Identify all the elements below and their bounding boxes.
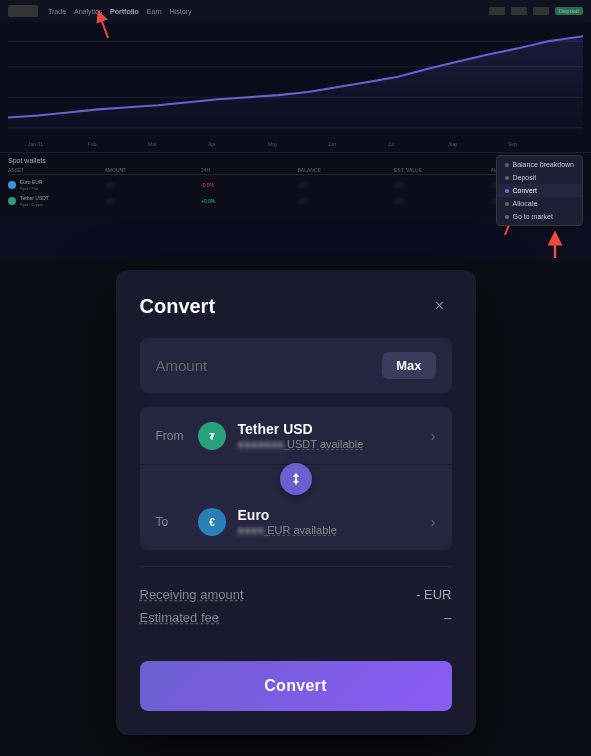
- context-item-label: Balance breakdown: [513, 161, 575, 168]
- modal-overlay: Convert × Max From ₮ Tether USD: [0, 260, 591, 756]
- context-item-label: Convert: [513, 187, 538, 194]
- from-currency-name: Tether USD: [238, 421, 419, 437]
- swap-btn-wrapper: [140, 463, 452, 495]
- menu-dot: [505, 189, 509, 193]
- context-menu-deposit[interactable]: Deposit: [497, 171, 583, 184]
- screenshot-area: Trade Analytics Portfolio Earn History D…: [0, 0, 591, 260]
- modal-close-button[interactable]: ×: [428, 294, 452, 318]
- svg-text:Jul: Jul: [388, 141, 394, 147]
- nav-items: Trade Analytics Portfolio Earn History: [48, 8, 191, 15]
- to-label: To: [156, 515, 186, 529]
- receiving-value: - EUR: [416, 587, 451, 602]
- svg-text:Jan 01: Jan 01: [28, 141, 43, 147]
- to-available-amount: ●●●●: [238, 524, 265, 536]
- convert-button[interactable]: Convert: [140, 661, 452, 711]
- to-currency-name: Euro: [238, 507, 419, 523]
- tether-24h: +0.0%: [201, 198, 294, 204]
- currency-section: From ₮ Tether USD ●●●●●●● USDT available…: [140, 407, 452, 550]
- from-currency-row[interactable]: From ₮ Tether USD ●●●●●●● USDT available…: [140, 407, 452, 465]
- context-menu: Balance breakdown Deposit Convert Alloca…: [496, 155, 584, 226]
- to-available-label: EUR available: [267, 524, 337, 536]
- nav-analytics[interactable]: Analytics: [74, 8, 102, 15]
- convert-modal: Convert × Max From ₮ Tether USD: [116, 270, 476, 735]
- to-chevron-icon: ›: [431, 514, 436, 530]
- euro-icon: [8, 181, 16, 189]
- tether-icon: [8, 197, 16, 205]
- tether-currency-icon: ₮: [198, 422, 226, 450]
- svg-text:Mar: Mar: [148, 141, 157, 147]
- to-currency-info: Euro ●●●● EUR available: [238, 507, 419, 536]
- context-menu-balance[interactable]: Balance breakdown: [497, 158, 583, 171]
- menu-dot: [505, 163, 509, 167]
- from-currency-available: ●●●●●●● USDT available: [238, 438, 419, 450]
- to-currency-available: ●●●● EUR available: [238, 524, 419, 536]
- tether-label: Tether USDTSpot / Crypto: [20, 195, 49, 207]
- to-currency-row[interactable]: To € Euro ●●●● EUR available ›: [140, 493, 452, 550]
- context-menu-market[interactable]: Go to market: [497, 210, 583, 223]
- fee-value: –: [444, 610, 451, 625]
- euro-24h: -0.0%: [201, 182, 294, 188]
- receiving-label: Receiving amount: [140, 587, 244, 602]
- info-section: Receiving amount - EUR Estimated fee –: [140, 566, 452, 645]
- svg-text:Jun: Jun: [328, 141, 336, 147]
- svg-text:Aug: Aug: [448, 141, 457, 147]
- tether-balance: ——: [298, 198, 391, 204]
- nav-icon-3: [533, 7, 549, 15]
- euro-estimated: ——: [394, 182, 487, 188]
- from-available-label: USDT available: [287, 438, 363, 450]
- nav-portfolio[interactable]: Portfolio: [110, 8, 139, 15]
- from-label: From: [156, 429, 186, 443]
- nav-trade[interactable]: Trade: [48, 8, 66, 15]
- euro-label: Euro EURSpot / Fiat: [20, 179, 43, 191]
- logo: [8, 5, 38, 17]
- nav-btn[interactable]: Deposit: [555, 7, 583, 15]
- context-item-label: Deposit: [513, 174, 537, 181]
- nav-earn[interactable]: Earn: [147, 8, 162, 15]
- amount-input-wrapper: Max: [140, 338, 452, 393]
- context-item-label: Allocate: [513, 200, 538, 207]
- from-available-amount: ●●●●●●●: [238, 438, 285, 450]
- menu-dot: [505, 176, 509, 180]
- tether-estimated: ——: [394, 198, 487, 204]
- svg-text:May: May: [268, 141, 278, 147]
- svg-text:Sep: Sep: [508, 141, 517, 147]
- context-item-label: Go to market: [513, 213, 553, 220]
- fee-label: Estimated fee: [140, 610, 220, 625]
- modal-title: Convert: [140, 295, 216, 318]
- nav-icon-1: [489, 7, 505, 15]
- swap-button[interactable]: [280, 463, 312, 495]
- nav-right: Deposit: [489, 7, 583, 15]
- context-menu-convert[interactable]: Convert: [497, 184, 583, 197]
- menu-dot: [505, 202, 509, 206]
- svg-text:Apr: Apr: [208, 141, 216, 147]
- max-button[interactable]: Max: [382, 352, 435, 379]
- fee-row: Estimated fee –: [140, 606, 452, 629]
- euro-balance: ——: [298, 182, 391, 188]
- top-nav: Trade Analytics Portfolio Earn History D…: [0, 0, 591, 22]
- receiving-row: Receiving amount - EUR: [140, 583, 452, 606]
- svg-text:€: €: [209, 517, 215, 528]
- modal-header: Convert ×: [140, 294, 452, 318]
- euro-amount: ——: [105, 182, 198, 188]
- euro-currency-icon: €: [198, 508, 226, 536]
- tether-amount: ——: [105, 198, 198, 204]
- chart-area: Jan 01 Feb Mar Apr May Jun Jul Aug Sep: [0, 22, 591, 152]
- amount-input[interactable]: [156, 357, 383, 374]
- nav-icon-2: [511, 7, 527, 15]
- menu-dot: [505, 215, 509, 219]
- nav-history[interactable]: History: [170, 8, 192, 15]
- from-chevron-icon: ›: [431, 428, 436, 444]
- from-currency-info: Tether USD ●●●●●●● USDT available: [238, 421, 419, 450]
- svg-marker-4: [8, 36, 583, 138]
- svg-text:₮: ₮: [209, 432, 216, 442]
- svg-text:Feb: Feb: [88, 141, 97, 147]
- context-menu-allocate[interactable]: Allocate: [497, 197, 583, 210]
